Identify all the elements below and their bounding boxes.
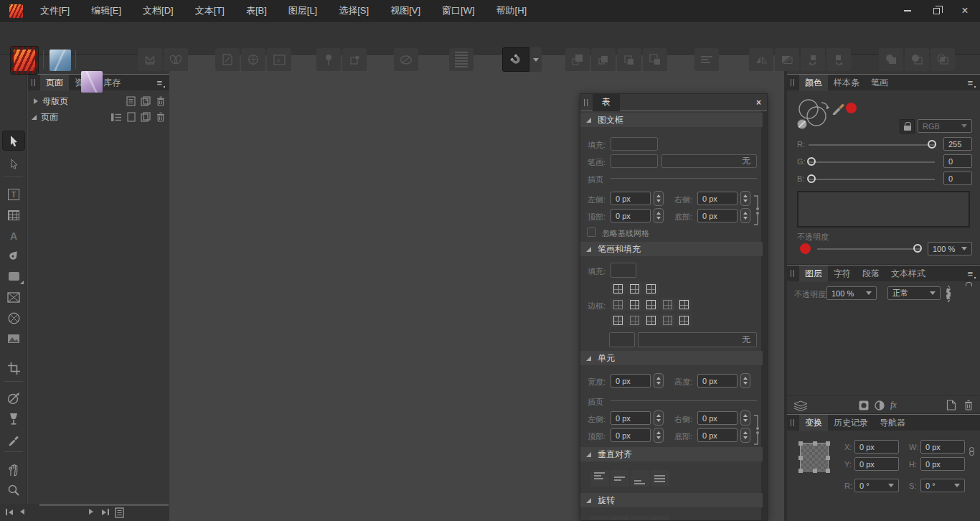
picture-frame-rect-tool[interactable] [0, 288, 27, 306]
collapse-arrow-icon[interactable] [32, 115, 37, 120]
frame-text-tool[interactable]: T [0, 185, 27, 204]
picture-frame-ellipse-tool[interactable] [0, 309, 27, 327]
flip-horizontal-button[interactable] [775, 48, 799, 71]
expand-arrow-icon[interactable] [34, 98, 38, 104]
panel-menu-icon[interactable]: ≡ [967, 268, 976, 279]
menu-edit[interactable]: 编辑[E] [91, 4, 121, 17]
frame-right-stepper[interactable] [740, 191, 750, 206]
insert-pages-icon[interactable] [110, 113, 122, 122]
table-panel-header[interactable]: 表 × [580, 94, 767, 111]
table-tool[interactable] [0, 206, 27, 225]
b-slider-track[interactable] [809, 179, 935, 180]
color-mode-dropdown[interactable]: RGB [918, 119, 972, 133]
cell-bottom-stepper[interactable] [740, 428, 750, 443]
tab-character[interactable]: 字符 [828, 266, 857, 282]
fill-gradient-tool[interactable] [0, 389, 27, 408]
color-picker-icon[interactable] [831, 100, 846, 115]
border-preset-outer[interactable] [644, 282, 659, 296]
restore-button[interactable] [927, 3, 946, 19]
blend-mode-dropdown[interactable]: 正常 [887, 286, 941, 300]
color-picker-tool[interactable] [0, 430, 27, 449]
anchor-button[interactable] [241, 48, 265, 71]
master-pages-row[interactable]: 母版页 [28, 93, 169, 109]
border-preset-4[interactable] [660, 298, 675, 311]
move-to-front-button[interactable] [565, 48, 590, 71]
minimize-button[interactable] [898, 3, 917, 19]
r-value-field[interactable]: 255 [943, 137, 972, 151]
y-field[interactable]: 0 px [854, 457, 899, 471]
rotate-180-button[interactable] [631, 516, 649, 521]
frame-left-field[interactable]: 0 px [611, 192, 651, 205]
valign-bottom-button[interactable] [631, 470, 649, 487]
pen-tool[interactable] [0, 246, 27, 265]
valign-center-button[interactable] [611, 470, 629, 487]
h-field[interactable]: 0 px [920, 457, 965, 471]
tab-pages[interactable]: 页面 [40, 75, 69, 91]
boolean-subtract-button[interactable] [905, 48, 929, 71]
panel-drag-handle[interactable] [791, 79, 794, 86]
frame-top-field[interactable]: 0 px [611, 209, 651, 222]
add-master-icon[interactable] [126, 96, 136, 106]
ignore-baseline-checkbox[interactable] [587, 227, 596, 237]
menu-view[interactable]: 视图[V] [390, 4, 420, 17]
move-forward-button[interactable] [591, 48, 616, 71]
section-rotate[interactable]: 旋转 [580, 493, 763, 507]
persona-designer-button[interactable] [50, 50, 71, 71]
cell-height-field[interactable]: 0 px [697, 374, 738, 388]
border-preset-10[interactable] [677, 314, 692, 327]
cell-left-stepper[interactable] [654, 410, 664, 426]
shape-tool[interactable] [0, 267, 27, 286]
frame-bottom-field[interactable]: 0 px [697, 209, 738, 222]
border-preset-inner[interactable] [627, 282, 642, 296]
panel-drag-handle[interactable] [584, 99, 588, 106]
opacity-slider-knob[interactable] [913, 244, 922, 253]
tab-stroke[interactable]: 笔画 [865, 75, 894, 91]
tab-transform[interactable]: 变换 [799, 415, 828, 431]
rotation-dropdown[interactable]: 0 ° [854, 479, 899, 492]
frame-top-stepper[interactable] [654, 208, 664, 223]
duplicate-master-icon[interactable] [141, 96, 151, 106]
crown-persona-button[interactable] [138, 48, 162, 71]
link-insets-icon[interactable] [752, 194, 759, 226]
previous-page-button[interactable] [20, 509, 24, 515]
cell-height-stepper[interactable] [740, 373, 750, 388]
frame-stroke-swatch[interactable] [611, 154, 658, 168]
anchor-point-selector[interactable] [800, 443, 829, 471]
w-field[interactable]: 0 px [920, 440, 965, 454]
pages-row[interactable]: 页面 [28, 109, 169, 125]
first-page-button[interactable] [6, 509, 13, 515]
close-button[interactable]: × [956, 3, 974, 19]
rotate-270-button[interactable] [651, 516, 669, 521]
artistic-text-tool[interactable]: A [0, 227, 27, 245]
r-slider-track[interactable] [809, 144, 935, 146]
menu-help[interactable]: 帮助[H] [496, 4, 527, 17]
menu-text[interactable]: 文本[T] [195, 4, 225, 17]
pin-object-button[interactable] [342, 48, 367, 71]
layers-opacity-dropdown[interactable]: 100 % [826, 286, 877, 300]
petals-button[interactable] [164, 48, 188, 71]
snapping-button[interactable] [502, 47, 529, 72]
cell-bottom-field[interactable]: 0 px [697, 428, 738, 442]
cell-right-stepper[interactable] [740, 410, 750, 426]
panel-drag-handle[interactable] [791, 419, 794, 426]
cell-left-field[interactable]: 0 px [611, 411, 651, 425]
valign-justify-button[interactable] [651, 470, 669, 487]
move-to-back-button[interactable] [643, 48, 667, 71]
border-preset-6[interactable] [611, 314, 626, 327]
snapping-dropdown[interactable] [529, 47, 542, 72]
b-slider-knob[interactable] [807, 174, 816, 183]
view-pan-tool[interactable] [0, 461, 27, 479]
transparency-tool[interactable] [0, 409, 27, 428]
border-preset-1[interactable] [611, 298, 626, 311]
shear-dropdown[interactable]: 0 ° [920, 479, 965, 492]
border-stroke-style[interactable]: 无 [638, 332, 757, 347]
frame-right-field[interactable]: 0 px [697, 192, 738, 205]
b-value-field[interactable]: 0 [943, 172, 972, 185]
section-stroke-fill[interactable]: 笔画和填充 [580, 242, 763, 256]
panel-menu-icon[interactable]: ≡ [156, 78, 165, 88]
color-preview-well[interactable] [797, 191, 970, 227]
link-insets-icon[interactable] [752, 414, 759, 446]
cell-top-stepper[interactable] [654, 428, 664, 443]
tab-navigator[interactable]: 导航器 [874, 415, 911, 431]
x-field[interactable]: 0 px [854, 440, 899, 454]
